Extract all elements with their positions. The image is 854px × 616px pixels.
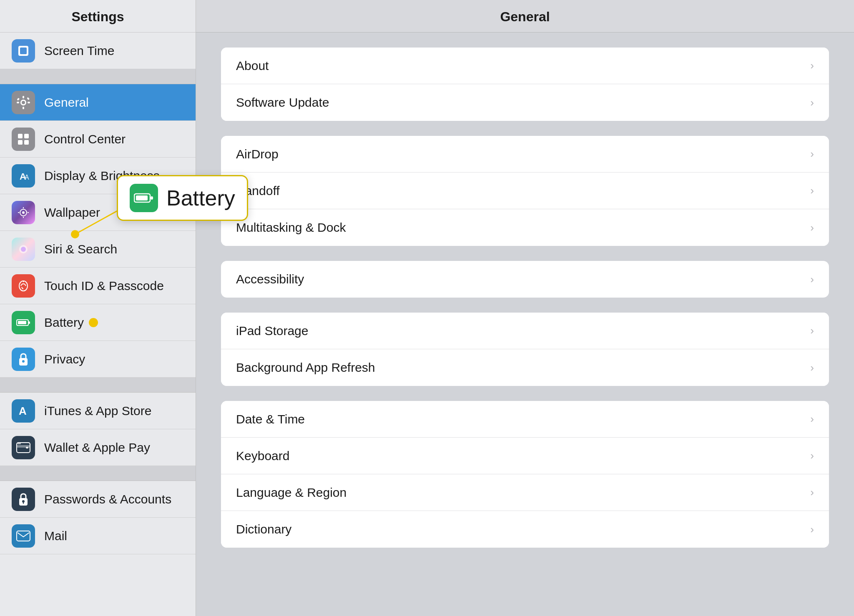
sidebar-item-itunes[interactable]: A iTunes & App Store [0, 393, 196, 429]
svg-point-17 [22, 211, 25, 214]
sidebar-item-display-brightness[interactable]: A A Display & Brightness [0, 158, 196, 194]
ipad-storage-label: iPad Storage [236, 324, 308, 338]
svg-rect-1 [20, 48, 27, 54]
ipad-storage-chevron: › [810, 324, 814, 337]
about-row[interactable]: About › [221, 48, 829, 84]
sidebar-gap-2 [0, 378, 196, 393]
software-update-chevron: › [810, 96, 814, 109]
sidebar-item-wallpaper[interactable]: Wallpaper [0, 194, 196, 231]
settings-group-1: About › Software Update › [221, 48, 829, 121]
sidebar-gap-1 [0, 69, 196, 84]
svg-text:A: A [25, 174, 29, 181]
battery-indicator-dot [89, 318, 98, 327]
multitasking-row[interactable]: Multitasking & Dock › [221, 209, 829, 246]
touch-id-label: Touch ID & Passcode [44, 279, 164, 293]
dictionary-row[interactable]: Dictionary › [221, 511, 829, 548]
ipad-storage-row[interactable]: iPad Storage › [221, 313, 829, 349]
software-update-label: Software Update [236, 95, 329, 110]
sidebar-gap-3 [0, 466, 196, 481]
privacy-icon [12, 348, 35, 371]
siri-icon [12, 238, 35, 261]
date-time-chevron: › [810, 413, 814, 426]
sidebar-item-siri-search[interactable]: Siri & Search [0, 231, 196, 268]
settings-group-5: Date & Time › Keyboard › Language & Regi… [221, 401, 829, 548]
sidebar-item-battery[interactable]: Battery [0, 304, 196, 341]
screen-time-label: Screen Time [44, 44, 114, 58]
svg-rect-10 [18, 134, 23, 138]
siri-label: Siri & Search [44, 242, 117, 256]
touch-id-icon [12, 274, 35, 298]
software-update-row[interactable]: Software Update › [221, 84, 829, 121]
display-brightness-icon: A A [12, 164, 35, 188]
general-label: General [44, 95, 89, 110]
date-time-row[interactable]: Date & Time › [221, 401, 829, 438]
svg-rect-7 [28, 102, 30, 103]
wallet-label: Wallet & Apple Pay [44, 441, 150, 455]
mail-label: Mail [44, 529, 67, 543]
sidebar-item-screen-time[interactable]: Screen Time [0, 33, 196, 69]
dictionary-chevron: › [810, 523, 814, 536]
svg-point-23 [21, 247, 26, 252]
sidebar-item-privacy[interactable]: Privacy [0, 341, 196, 378]
svg-rect-8 [17, 98, 20, 100]
sidebar-title: Settings [0, 0, 196, 33]
keyboard-label: Keyboard [236, 449, 289, 463]
background-app-refresh-label: Background App Refresh [236, 361, 375, 375]
sidebar-item-mail[interactable]: Mail [0, 518, 196, 554]
sidebar-item-control-center[interactable]: Control Center [0, 121, 196, 158]
background-app-refresh-chevron: › [810, 361, 814, 374]
sidebar: Settings Screen Time General [0, 0, 196, 616]
svg-rect-9 [27, 97, 30, 100]
about-chevron: › [810, 59, 814, 72]
battery-sidebar-label: Battery [44, 316, 84, 330]
sidebar-item-passwords[interactable]: Passwords & Accounts [0, 481, 196, 518]
wallet-icon [12, 436, 35, 459]
svg-rect-28 [29, 321, 30, 324]
svg-rect-4 [23, 96, 24, 98]
content-title: General [196, 0, 854, 33]
general-icon [12, 91, 35, 114]
passwords-icon [12, 488, 35, 511]
mail-icon [12, 524, 35, 548]
airdrop-label: AirDrop [236, 147, 279, 161]
display-brightness-label: Display & Brightness [44, 169, 160, 183]
control-center-label: Control Center [44, 132, 126, 146]
sidebar-item-general[interactable]: General [0, 84, 196, 121]
svg-rect-35 [18, 443, 21, 444]
about-label: About [236, 59, 269, 73]
itunes-icon: A [12, 399, 35, 423]
wallpaper-label: Wallpaper [44, 205, 100, 220]
language-region-row[interactable]: Language & Region › [221, 474, 829, 511]
language-region-chevron: › [810, 486, 814, 499]
multitasking-label: Multitasking & Dock [236, 220, 346, 235]
airdrop-row[interactable]: AirDrop › [221, 136, 829, 173]
multitasking-chevron: › [810, 221, 814, 234]
svg-rect-11 [24, 134, 29, 138]
content-panel: General About › Software Update › AirDro… [196, 0, 854, 616]
privacy-label: Privacy [44, 352, 85, 366]
background-app-refresh-row[interactable]: Background App Refresh › [221, 349, 829, 386]
svg-point-3 [22, 101, 25, 104]
svg-rect-6 [17, 102, 19, 103]
itunes-label: iTunes & App Store [44, 404, 151, 418]
screen-time-icon [12, 39, 35, 63]
svg-point-24 [19, 281, 28, 291]
handoff-chevron: › [810, 184, 814, 197]
svg-rect-5 [23, 107, 24, 109]
control-center-icon [12, 128, 35, 151]
keyboard-row[interactable]: Keyboard › [221, 438, 829, 474]
svg-point-30 [22, 360, 25, 363]
settings-group-2: AirDrop › Handoff › Multitasking & Dock … [221, 136, 829, 246]
accessibility-row[interactable]: Accessibility › [221, 261, 829, 298]
handoff-row[interactable]: Handoff › [221, 173, 829, 209]
settings-group-3: Accessibility › [221, 261, 829, 298]
accessibility-chevron: › [810, 273, 814, 286]
svg-rect-34 [26, 447, 28, 448]
sidebar-item-wallet[interactable]: Wallet & Apple Pay [0, 429, 196, 466]
settings-group-4: iPad Storage › Background App Refresh › [221, 313, 829, 386]
sidebar-item-touch-id[interactable]: Touch ID & Passcode [0, 268, 196, 304]
svg-text:A: A [19, 405, 27, 417]
date-time-label: Date & Time [236, 412, 305, 426]
battery-sidebar-icon [12, 311, 35, 334]
svg-rect-12 [18, 140, 23, 145]
